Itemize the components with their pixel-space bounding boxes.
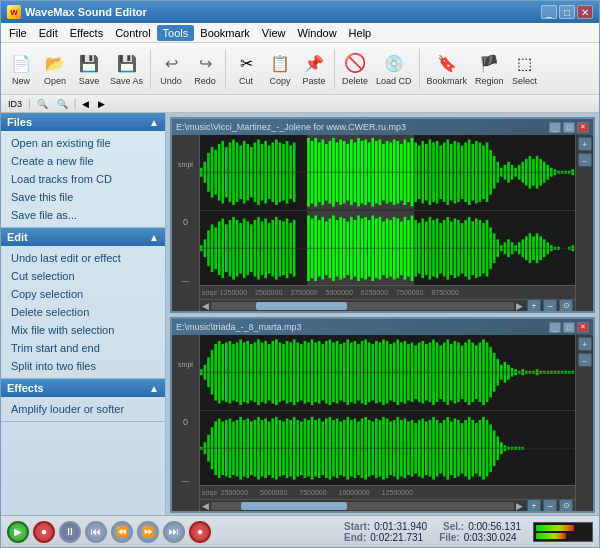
zoom-out-1[interactable]: –: [543, 299, 557, 312]
sel-label: Sel.:: [443, 521, 464, 532]
save-button[interactable]: 💾 Save: [73, 49, 105, 88]
wt-zoom-out-2[interactable]: –: [578, 353, 592, 367]
app-icon: W: [7, 5, 21, 19]
undo-button[interactable]: ↩ Undo: [155, 49, 187, 88]
ffwd-button[interactable]: ⏩: [137, 521, 159, 543]
scale-label-0-2: 0: [183, 417, 188, 427]
wt-zoom-in-1[interactable]: +: [578, 137, 592, 151]
h-scroll-thumb-1[interactable]: [256, 302, 347, 310]
effects-header[interactable]: Effects ▲: [1, 379, 165, 397]
copy-button[interactable]: 📋 Copy: [264, 49, 296, 88]
rewind-button[interactable]: ⏪: [111, 521, 133, 543]
wt-zoom-in-2[interactable]: +: [578, 337, 592, 351]
save-as-button[interactable]: 💾 Save As: [107, 49, 146, 88]
waveform-zoom-in[interactable]: 🔍: [34, 98, 51, 110]
load-cd-button[interactable]: 💿 Load CD: [373, 49, 415, 88]
menu-bookmark[interactable]: Bookmark: [194, 25, 256, 41]
wave-track-r-1[interactable]: [200, 210, 575, 286]
zoom-in-1[interactable]: +: [527, 299, 541, 312]
create-new-item[interactable]: Create a new file: [1, 152, 165, 170]
wave-scrollbar-1[interactable]: ◀ ▶ + – ⊙: [200, 299, 575, 311]
menu-edit[interactable]: Edit: [33, 25, 64, 41]
cut-button[interactable]: ✂ Cut: [230, 49, 262, 88]
wave-maximize-2[interactable]: □: [563, 322, 575, 333]
select-button[interactable]: ⬚ Select: [509, 49, 541, 88]
h-scroll-track-2[interactable]: [211, 502, 514, 510]
split-item[interactable]: Split into two files: [1, 357, 165, 375]
copy-selection-item[interactable]: Copy selection: [1, 285, 165, 303]
edit-header[interactable]: Edit ▲: [1, 228, 165, 246]
h-scroll-track-1[interactable]: [211, 302, 514, 310]
wave-panel-1: E:\music\Vicci_Martinez_-_Jolene for www…: [170, 117, 595, 313]
bookmark-label: Bookmark: [427, 76, 468, 86]
save-icon: 💾: [77, 51, 101, 75]
wave-track-l-1[interactable]: [200, 135, 575, 210]
wave-scrollbar-2[interactable]: ◀ ▶ + – ⊙: [200, 499, 575, 511]
vu-bar-left: [536, 525, 574, 531]
menu-effects[interactable]: Effects: [64, 25, 109, 41]
end-value: 0:02:21.731: [370, 532, 423, 543]
scroll-right-arrow-2[interactable]: ▶: [516, 501, 523, 511]
new-button[interactable]: 📄 New: [5, 49, 37, 88]
trim-item[interactable]: Trim start and end: [1, 339, 165, 357]
wave-close-1[interactable]: ✕: [577, 122, 589, 133]
skip-fwd-button[interactable]: ⏭: [163, 521, 185, 543]
menu-view[interactable]: View: [256, 25, 292, 41]
record-button[interactable]: ●: [189, 521, 211, 543]
nav-right[interactable]: ▶: [95, 98, 108, 110]
region-button[interactable]: 🏴 Region: [472, 49, 507, 88]
zoom-in-2[interactable]: +: [527, 499, 541, 512]
save-file-as-item[interactable]: Save file as...: [1, 206, 165, 224]
timeline-bar-2: smpl 2500000 5000000 7500000 10000000 12…: [200, 485, 575, 499]
open-button[interactable]: 📂 Open: [39, 49, 71, 88]
delete-button[interactable]: 🚫 Delete: [339, 49, 371, 88]
cut-selection-item[interactable]: Cut selection: [1, 267, 165, 285]
save-file-item[interactable]: Save this file: [1, 188, 165, 206]
menu-window[interactable]: Window: [291, 25, 342, 41]
redo-button[interactable]: ↪ Redo: [189, 49, 221, 88]
close-button[interactable]: ✕: [577, 5, 593, 19]
edit-section: Edit ▲ Undo last edit or effect Cut sele…: [1, 228, 165, 379]
mix-file-item[interactable]: Mix file with selection: [1, 321, 165, 339]
wave-toolbar-right-1: + –: [575, 135, 593, 311]
fit-2[interactable]: ⊙: [559, 499, 573, 512]
zoom-out-2[interactable]: –: [543, 499, 557, 512]
id3-button[interactable]: ID3: [5, 98, 25, 110]
scroll-left-arrow-2[interactable]: ◀: [202, 501, 209, 511]
skip-back-button[interactable]: ⏮: [85, 521, 107, 543]
open-existing-item[interactable]: Open an existing file: [1, 134, 165, 152]
waveform-zoom-out[interactable]: 🔍: [54, 98, 71, 110]
play-button[interactable]: ▶: [7, 521, 29, 543]
stop-button[interactable]: ●: [33, 521, 55, 543]
wave-close-2[interactable]: ✕: [577, 322, 589, 333]
paste-button[interactable]: 📌 Paste: [298, 49, 330, 88]
undo-effect-item[interactable]: Undo last edit or effect: [1, 249, 165, 267]
wave-minimize-2[interactable]: _: [549, 322, 561, 333]
wt-zoom-out-1[interactable]: –: [578, 153, 592, 167]
menu-control[interactable]: Control: [109, 25, 156, 41]
nav-left[interactable]: ◀: [79, 98, 92, 110]
bookmark-button[interactable]: 🔖 Bookmark: [424, 49, 471, 88]
minimize-button[interactable]: _: [541, 5, 557, 19]
amplify-item[interactable]: Amplify louder or softer: [1, 400, 165, 418]
save-as-label: Save As: [110, 76, 143, 86]
fit-1[interactable]: ⊙: [559, 299, 573, 312]
files-header[interactable]: Files ▲: [1, 113, 165, 131]
menu-tools[interactable]: Tools: [157, 25, 195, 41]
menu-file[interactable]: File: [3, 25, 33, 41]
end-label: End:: [344, 532, 366, 543]
load-tracks-item[interactable]: Load tracks from CD: [1, 170, 165, 188]
h-scroll-thumb-2[interactable]: [241, 502, 347, 510]
tl-3750000-1: 3750000: [290, 289, 317, 296]
scroll-left-arrow-1[interactable]: ◀: [202, 301, 209, 311]
wave-minimize-1[interactable]: _: [549, 122, 561, 133]
pause-button[interactable]: ⏸: [59, 521, 81, 543]
maximize-button[interactable]: □: [559, 5, 575, 19]
wave-track-l-2[interactable]: [200, 335, 575, 410]
menu-help[interactable]: Help: [343, 25, 378, 41]
delete-selection-item[interactable]: Delete selection: [1, 303, 165, 321]
scroll-right-arrow-1[interactable]: ▶: [516, 301, 523, 311]
wave-track-r-2[interactable]: [200, 410, 575, 486]
wave-maximize-1[interactable]: □: [563, 122, 575, 133]
left-panel: Files ▲ Open an existing file Create a n…: [1, 113, 166, 515]
